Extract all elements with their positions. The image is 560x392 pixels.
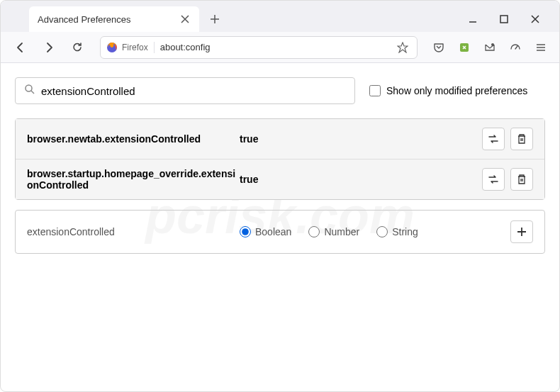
url-bar[interactable]: Firefox about:config <box>100 36 418 59</box>
preferences-table: browser.newtab.extensionControlled true … <box>15 118 545 200</box>
type-boolean-input[interactable] <box>240 226 251 237</box>
pref-name: browser.startup.homepage_override.extens… <box>27 168 240 191</box>
extension-icon[interactable] <box>454 38 474 57</box>
toggle-button[interactable] <box>482 128 505 150</box>
search-row: Show only modified preferences <box>15 77 545 104</box>
tab-title: Advanced Preferences <box>38 14 179 25</box>
svg-point-3 <box>491 43 494 46</box>
window-titlebar: Advanced Preferences <box>1 1 559 32</box>
back-button[interactable] <box>9 36 32 59</box>
dashboard-icon[interactable] <box>505 38 525 57</box>
window-controls <box>466 12 554 26</box>
identity-label: Firefox <box>122 43 148 52</box>
pref-actions <box>482 128 533 150</box>
search-icon <box>24 84 35 98</box>
mail-icon[interactable] <box>480 38 500 57</box>
menu-icon[interactable] <box>531 38 551 57</box>
type-number-radio[interactable]: Number <box>308 226 359 237</box>
pref-row[interactable]: browser.newtab.extensionControlled true <box>16 119 544 159</box>
navigation-toolbar: Firefox about:config <box>1 32 559 63</box>
close-window-icon[interactable] <box>528 12 542 26</box>
search-input[interactable] <box>41 85 346 97</box>
add-pref-button[interactable] <box>510 220 533 243</box>
pref-row[interactable]: browser.startup.homepage_override.extens… <box>16 159 544 199</box>
show-modified-label: Show only modified preferences <box>386 85 527 96</box>
type-string-radio[interactable]: String <box>376 226 418 237</box>
new-pref-name: extensionControlled <box>27 226 240 237</box>
toolbar-icons <box>429 38 551 57</box>
type-boolean-radio[interactable]: Boolean <box>240 226 291 237</box>
new-tab-button[interactable] <box>205 9 225 29</box>
pref-actions <box>482 168 533 191</box>
type-boolean-label: Boolean <box>255 226 291 237</box>
type-number-input[interactable] <box>308 226 320 237</box>
svg-point-4 <box>26 85 32 91</box>
new-pref-row: extensionControlled Boolean Number Strin… <box>15 210 545 254</box>
show-modified-checkbox[interactable]: Show only modified preferences <box>369 85 527 96</box>
bookmark-star-icon[interactable] <box>394 39 411 56</box>
maximize-icon[interactable] <box>497 12 511 26</box>
delete-button[interactable] <box>510 168 533 191</box>
forward-button[interactable] <box>38 36 60 59</box>
delete-button[interactable] <box>510 128 533 150</box>
url-text: about:config <box>160 42 394 52</box>
pref-value: true <box>240 174 482 185</box>
reload-button[interactable] <box>66 36 89 59</box>
type-number-label: Number <box>324 226 359 237</box>
pref-name: browser.newtab.extensionControlled <box>27 133 240 145</box>
search-box[interactable] <box>15 77 355 104</box>
minimize-icon[interactable] <box>466 12 480 26</box>
type-string-label: String <box>392 226 418 237</box>
toggle-button[interactable] <box>482 168 505 191</box>
svg-rect-0 <box>500 16 508 23</box>
about-config-content: Show only modified preferences browser.n… <box>1 63 559 268</box>
type-radio-group: Boolean Number String <box>240 226 510 237</box>
browser-tab[interactable]: Advanced Preferences <box>29 6 199 32</box>
pref-value: true <box>240 133 482 145</box>
close-tab-icon[interactable] <box>179 13 191 25</box>
pocket-icon[interactable] <box>429 38 449 57</box>
identity-box[interactable]: Firefox <box>106 42 155 53</box>
show-modified-checkbox-input[interactable] <box>369 85 381 96</box>
type-string-input[interactable] <box>376 226 388 237</box>
firefox-icon <box>106 42 118 53</box>
